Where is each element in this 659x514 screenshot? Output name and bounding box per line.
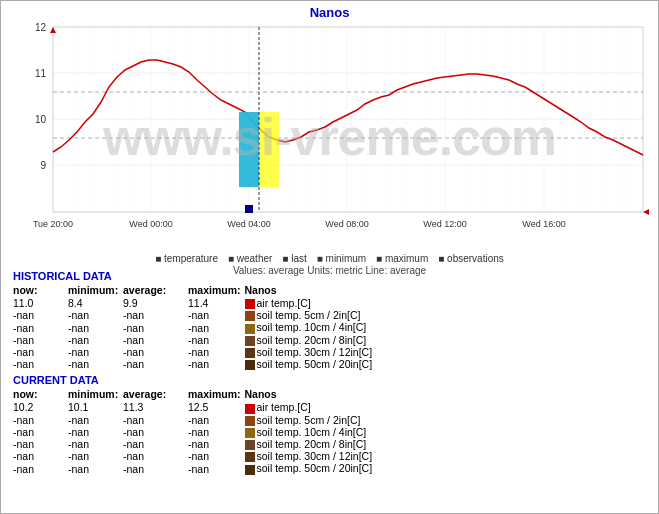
hist-now-4: -nan: [13, 346, 68, 358]
curr-max-0: 12.5: [188, 401, 245, 413]
curr-avg-0: 11.3: [123, 401, 188, 413]
curr-min-2: -nan: [68, 426, 123, 438]
hist-color-swatch-5: [245, 360, 255, 370]
hist-label-4: soil temp. 30cm / 12in[C]: [245, 346, 646, 358]
main-container: Nanos: [0, 0, 659, 514]
svg-rect-54: [245, 205, 253, 213]
col-header-name: Nanos: [245, 284, 646, 297]
curr-max-4: -nan: [188, 450, 245, 462]
curr-min-3: -nan: [68, 438, 123, 450]
svg-text:11: 11: [35, 68, 47, 79]
hist-now-5: -nan: [13, 358, 68, 370]
curr-min-1: -nan: [68, 414, 123, 426]
svg-text:Wed 04:00: Wed 04:00: [227, 219, 270, 229]
curr-label-2: soil temp. 10cm / 4in[C]: [245, 426, 646, 438]
historical-row-1: -nan -nan -nan -nan soil temp. 5cm / 2in…: [13, 309, 646, 321]
curr-avg-4: -nan: [123, 450, 188, 462]
hist-avg-3: -nan: [123, 334, 188, 346]
legend-weather: ■ weather: [228, 253, 272, 264]
hist-now-0: 11.0: [13, 297, 68, 309]
chart-svg-element: 12 11 10 9 Tue 20:00 Wed 00:00 Wed 04:00…: [1, 22, 659, 244]
hist-color-swatch-3: [245, 336, 255, 346]
historical-row-5: -nan -nan -nan -nan soil temp. 50cm / 20…: [13, 358, 646, 370]
curr-now-3: -nan: [13, 438, 68, 450]
curr-now-5: -nan: [13, 462, 68, 474]
chart-area: Nanos: [1, 1, 658, 266]
hist-avg-2: -nan: [123, 321, 188, 333]
curr-now-1: -nan: [13, 414, 68, 426]
curr-now-4: -nan: [13, 450, 68, 462]
historical-row-3: -nan -nan -nan -nan soil temp. 20cm / 8i…: [13, 334, 646, 346]
historical-row-0: 11.0 8.4 9.9 11.4 air temp.[C]: [13, 297, 646, 309]
hist-now-2: -nan: [13, 321, 68, 333]
hist-color-swatch-1: [245, 311, 255, 321]
curr-now-0: 10.2: [13, 401, 68, 413]
hist-avg-1: -nan: [123, 309, 188, 321]
curr-label-4: soil temp. 30cm / 12in[C]: [245, 450, 646, 462]
svg-text:Tue 20:00: Tue 20:00: [33, 219, 73, 229]
hist-label-2: soil temp. 10cm / 4in[C]: [245, 321, 646, 333]
curr-color-swatch-0: [245, 404, 255, 414]
curr-label-0: air temp.[C]: [245, 401, 646, 413]
hist-label-3: soil temp. 20cm / 8in[C]: [245, 334, 646, 346]
hist-now-3: -nan: [13, 334, 68, 346]
hist-now-1: -nan: [13, 309, 68, 321]
curr-label-5: soil temp. 50cm / 20in[C]: [245, 462, 646, 474]
curr-color-swatch-3: [245, 440, 255, 450]
hist-max-5: -nan: [188, 358, 245, 370]
col-header-min-c: minimum:: [68, 388, 123, 401]
svg-text:Wed 12:00: Wed 12:00: [423, 219, 466, 229]
col-header-name-c: Nanos: [245, 388, 646, 401]
curr-color-swatch-2: [245, 428, 255, 438]
col-header-now: now:: [13, 284, 68, 297]
svg-text:Wed 16:00: Wed 16:00: [522, 219, 565, 229]
hist-max-1: -nan: [188, 309, 245, 321]
current-row-4: -nan -nan -nan -nan soil temp. 30cm / 12…: [13, 450, 646, 462]
curr-avg-5: -nan: [123, 462, 188, 474]
svg-text:9: 9: [40, 160, 46, 171]
hist-min-2: -nan: [68, 321, 123, 333]
legend-observations: ■ observations: [438, 253, 504, 264]
curr-min-4: -nan: [68, 450, 123, 462]
hist-max-3: -nan: [188, 334, 245, 346]
legend-maximum: ■ maximum: [376, 253, 428, 264]
hist-color-swatch-4: [245, 348, 255, 358]
hist-min-5: -nan: [68, 358, 123, 370]
curr-avg-3: -nan: [123, 438, 188, 450]
svg-text:12: 12: [35, 22, 47, 33]
current-row-2: -nan -nan -nan -nan soil temp. 10cm / 4i…: [13, 426, 646, 438]
curr-max-3: -nan: [188, 438, 245, 450]
hist-min-4: -nan: [68, 346, 123, 358]
current-title: CURRENT DATA: [13, 374, 646, 386]
curr-color-swatch-1: [245, 416, 255, 426]
chart-info: Values: average Units: metric Line: aver…: [1, 265, 658, 278]
svg-rect-0: [53, 27, 643, 212]
hist-min-0: 8.4: [68, 297, 123, 309]
historical-row-4: -nan -nan -nan -nan soil temp. 30cm / 12…: [13, 346, 646, 358]
curr-label-3: soil temp. 20cm / 8in[C]: [245, 438, 646, 450]
legend-minimum: ■ minimum: [317, 253, 366, 264]
svg-rect-52: [239, 112, 259, 187]
curr-min-0: 10.1: [68, 401, 123, 413]
svg-text:Wed 00:00: Wed 00:00: [129, 219, 172, 229]
chart-svg: 12 11 10 9 Tue 20:00 Wed 00:00 Wed 04:00…: [1, 22, 658, 252]
hist-max-0: 11.4: [188, 297, 245, 309]
hist-min-1: -nan: [68, 309, 123, 321]
svg-text:Wed 08:00: Wed 08:00: [325, 219, 368, 229]
curr-color-swatch-4: [245, 452, 255, 462]
curr-avg-2: -nan: [123, 426, 188, 438]
curr-min-5: -nan: [68, 462, 123, 474]
historical-table: now: minimum: average: maximum: Nanos 11…: [13, 284, 646, 370]
hist-avg-5: -nan: [123, 358, 188, 370]
data-section: HISTORICAL DATA now: minimum: average: m…: [1, 266, 658, 513]
hist-label-0: air temp.[C]: [245, 297, 646, 309]
hist-label-5: soil temp. 50cm / 20in[C]: [245, 358, 646, 370]
current-row-3: -nan -nan -nan -nan soil temp. 20cm / 8i…: [13, 438, 646, 450]
col-header-avg-c: average:: [123, 388, 188, 401]
hist-color-swatch-2: [245, 324, 255, 334]
hist-avg-4: -nan: [123, 346, 188, 358]
legend-temperature: ■ temperature: [155, 253, 218, 264]
current-row-0: 10.2 10.1 11.3 12.5 air temp.[C]: [13, 401, 646, 413]
hist-color-swatch-0: [245, 299, 255, 309]
curr-avg-1: -nan: [123, 414, 188, 426]
